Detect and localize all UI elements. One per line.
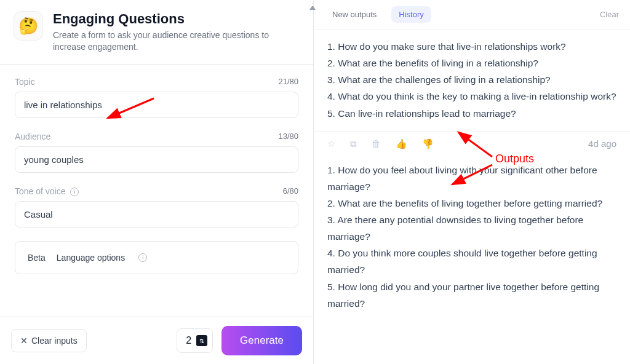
- output-line: 2. What are the benefits of living toget…: [327, 195, 616, 212]
- output-line: 1. How do you make sure that live-in rel…: [327, 38, 616, 55]
- clear-inputs-button[interactable]: ✕ Clear inputs: [11, 329, 87, 352]
- audience-count: 13/80: [278, 132, 298, 141]
- thumbs-up-icon[interactable]: 👍: [396, 138, 407, 149]
- tone-input[interactable]: [15, 201, 298, 228]
- info-icon[interactable]: i: [138, 253, 147, 262]
- thumbs-down-icon[interactable]: 👎: [422, 138, 434, 149]
- quantity-value: 2: [186, 335, 191, 346]
- info-icon[interactable]: i: [70, 188, 79, 196]
- output-time: 4d ago: [588, 138, 616, 149]
- delete-icon[interactable]: 🗑: [372, 138, 381, 149]
- output-panel: New outputs History Clear 1. How do you …: [314, 0, 630, 364]
- form-panel: 🤔 Engaging Questions Create a form to as…: [0, 0, 314, 364]
- tool-title: Engaging Questions: [53, 11, 287, 27]
- beta-badge: Beta: [28, 253, 46, 263]
- tone-count: 6/80: [283, 186, 298, 196]
- output-tabs: New outputs History Clear: [314, 0, 630, 30]
- copy-icon[interactable]: ⧉: [350, 138, 357, 149]
- output-card: 1. How do you make sure that live-in rel…: [314, 30, 630, 132]
- output-line: 3. Are there any potential downsides to …: [327, 212, 616, 245]
- clear-outputs-button[interactable]: Clear: [600, 10, 619, 19]
- output-actions: ☆ ⧉ 🗑 👍 👎 4d ago: [314, 132, 630, 153]
- language-label: Language options: [57, 253, 125, 263]
- topic-input[interactable]: [15, 92, 298, 118]
- tab-history[interactable]: History: [391, 6, 431, 23]
- output-line: 5. How long did you and your partner liv…: [327, 279, 616, 312]
- clear-inputs-label: Clear inputs: [31, 336, 78, 346]
- output-line: 2. What are the benefits of living in a …: [327, 55, 616, 71]
- quantity-stepper[interactable]: 2 ⇅: [177, 328, 213, 353]
- topic-label: Topic: [15, 77, 35, 87]
- output-line: 5. Can live-in relationships lead to mar…: [327, 105, 616, 122]
- output-card: 1. How do you feel about living with you…: [314, 153, 630, 322]
- tab-new-outputs[interactable]: New outputs: [325, 6, 384, 23]
- tool-emoji-icon: 🤔: [14, 11, 43, 41]
- topic-count: 21/80: [278, 77, 298, 86]
- language-options[interactable]: Beta Language options i: [15, 241, 298, 274]
- stepper-icon[interactable]: ⇅: [196, 335, 207, 346]
- form-area: Topic 21/80 Audience 13/80 Tone of voice…: [0, 65, 313, 317]
- audience-input[interactable]: [15, 146, 298, 173]
- output-line: 3. What are the challenges of living in …: [327, 71, 616, 88]
- tool-header: 🤔 Engaging Questions Create a form to as…: [0, 0, 313, 65]
- tone-label: Tone of voice i: [15, 186, 79, 196]
- footer-bar: ✕ Clear inputs 2 ⇅ Generate: [0, 317, 313, 364]
- output-line: 1. How do you feel about living with you…: [327, 162, 616, 195]
- star-icon[interactable]: ☆: [327, 138, 335, 149]
- audience-label: Audience: [15, 132, 50, 141]
- output-list[interactable]: 1. How do you make sure that live-in rel…: [314, 30, 630, 364]
- scrollbar[interactable]: [309, 0, 317, 364]
- output-line: 4. What do you think is the key to makin…: [327, 88, 616, 105]
- close-icon: ✕: [20, 336, 28, 346]
- tool-description: Create a form to ask your audience creat…: [53, 30, 287, 53]
- generate-button[interactable]: Generate: [221, 326, 302, 355]
- output-line: 4. Do you think more couples should live…: [327, 245, 616, 278]
